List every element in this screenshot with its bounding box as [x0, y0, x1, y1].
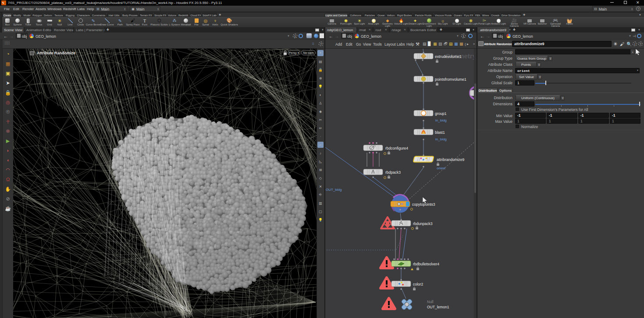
svg-text:OUT_lemon1: OUT_lemon1 [427, 305, 449, 309]
svg-text:rbdunpack3: rbdunpack3 [413, 222, 433, 226]
svg-text:group1: group1 [435, 111, 447, 116]
svg-text:orient: orient [437, 166, 446, 170]
svg-text:rbdpack3: rbdpack3 [385, 170, 401, 175]
svg-text:OUT_bldg: OUT_bldg [326, 188, 342, 192]
svg-text:Null: Null [427, 300, 434, 304]
svg-text:extrudevolume1: extrudevolume1 [435, 54, 462, 59]
svg-text:attribrandomize9: attribrandomize9 [437, 157, 465, 162]
svg-text:rbdconfigure4: rbdconfigure4 [385, 146, 408, 150]
svg-text:in_bldg: in_bldg [435, 137, 447, 141]
svg-text:in_bldg: in_bldg [435, 118, 447, 122]
svg-text:rbdbulletsolver4: rbdbulletsolver4 [413, 262, 439, 266]
svg-text:color2: color2 [413, 282, 423, 286]
svg-text:pointsfromvolume1: pointsfromvolume1 [435, 77, 466, 82]
svg-text:blast1: blast1 [435, 130, 445, 135]
